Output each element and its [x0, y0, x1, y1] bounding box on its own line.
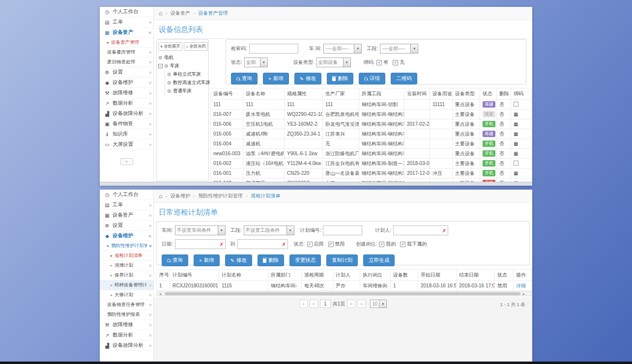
- horizontal-scrollbar[interactable]: ◄ ►: [156, 291, 532, 296]
- scroll-left-icon[interactable]: ◄: [157, 292, 164, 296]
- sidebar-item[interactable]: ◆设备维护∨: [100, 231, 153, 241]
- 复制计划-button[interactable]: 复制计划: [326, 254, 358, 266]
- sidebar-item[interactable]: 预防性维护报表∨: [100, 310, 153, 320]
- sidebar-item[interactable]: ⚙设置∨: [100, 221, 153, 231]
- sidebar-item[interactable]: ▣备件物资∨: [100, 119, 153, 129]
- sidebar-item[interactable]: ▭大屏设置∨: [100, 140, 153, 150]
- date-to-input[interactable]: ✗: [237, 239, 288, 249]
- prev-page-button[interactable]: <: [310, 300, 318, 308]
- page-size-select[interactable]: 10▼: [370, 300, 387, 308]
- sidebar-item[interactable]: ▤工单∨: [100, 17, 153, 28]
- sidebar-item[interactable]: ◷个人工作台: [100, 190, 153, 200]
- 查询-button[interactable]: 查询: [162, 254, 188, 266]
- tree-node[interactable]: ⚙数控高速立式车床: [167, 79, 207, 87]
- sidebar-item[interactable]: 设备物资任务管理∨: [100, 300, 153, 310]
- status-select[interactable]: 全部▼: [244, 57, 268, 67]
- sidebar-item[interactable]: ⚒故障维修∨: [100, 88, 153, 98]
- sidebar-item[interactable]: ⚙设置∨: [100, 67, 153, 78]
- page-number-input[interactable]: 1: [320, 300, 331, 308]
- breadcrumb-item[interactable]: 巡检计划清单: [251, 193, 280, 199]
- breadcrumb-item[interactable]: 预防性维护计划管理: [199, 193, 243, 199]
- section-select[interactable]: ----全部----▼: [380, 44, 418, 54]
- scroll-right-icon[interactable]: ►: [520, 292, 527, 296]
- sidebar-item[interactable]: ℹ知识库∨: [100, 129, 153, 140]
- sidebar-item[interactable]: ▦设备资产∨: [100, 28, 153, 38]
- 修改-button[interactable]: ✎修改: [294, 73, 321, 84]
- plan-no-input[interactable]: [323, 225, 362, 235]
- sidebar-item[interactable]: ◆设备维护∨: [100, 78, 153, 88]
- breadcrumb-item[interactable]: 设备资产管理: [199, 10, 228, 17]
- sidebar-item[interactable]: ▤工单∨: [100, 200, 153, 210]
- qr-code-icon[interactable]: ▦: [514, 121, 518, 127]
- qr-code-icon[interactable]: ▦: [514, 170, 518, 176]
- date-from-input[interactable]: ✗: [175, 239, 226, 249]
- sidebar-item[interactable]: ◷个人工作台: [100, 7, 153, 17]
- next-page-button[interactable]: >: [347, 300, 355, 308]
- first-page-button[interactable]: «: [299, 300, 308, 308]
- checkbox[interactable]: ✓: [307, 242, 313, 247]
- clear-icon[interactable]: ✗: [442, 228, 446, 233]
- 变更状态-button[interactable]: 变更状态: [289, 254, 321, 266]
- tree-node[interactable]: −⚙车床: [158, 62, 207, 70]
- 新增-button[interactable]: +新增: [263, 73, 289, 84]
- clear-icon[interactable]: ✗: [219, 242, 223, 247]
- expand-all-button[interactable]: +全部展开: [158, 42, 182, 51]
- bind-checkbox[interactable]: [514, 102, 518, 107]
- checkbox[interactable]: ✓: [328, 242, 334, 247]
- qr-code-icon[interactable]: ▦: [514, 131, 518, 137]
- device-type-select[interactable]: 全部设备▼: [316, 57, 351, 67]
- sidebar-item[interactable]: ↗数据分析∨: [100, 330, 153, 340]
- workshop-select[interactable]: 不设置车间条件▼: [175, 225, 226, 235]
- sidebar-item[interactable]: 设备履历管理∨: [100, 48, 153, 57]
- home-icon[interactable]: ⌂: [159, 10, 162, 17]
- section-select[interactable]: 不设置工段条件▼: [244, 225, 294, 235]
- scrollbar-thumb[interactable]: [165, 292, 520, 295]
- checkbox[interactable]: ✓: [393, 60, 398, 65]
- sidebar-item[interactable]: ▟设备故障分析∨: [100, 340, 153, 351]
- column-header: 安装时间: [404, 88, 430, 100]
- 详情-button[interactable]: 详情: [359, 73, 385, 84]
- tree-node[interactable]: ⚙单柱立式车床: [167, 70, 207, 79]
- sidebar-item[interactable]: ▸设备资产管理: [100, 38, 153, 48]
- qr-code-icon[interactable]: ▦: [514, 151, 518, 156]
- sidebar-item[interactable]: 废旧物资处理∨: [100, 57, 153, 67]
- 二维码-button[interactable]: 二维码: [391, 73, 417, 84]
- detail-link[interactable]: 详细: [516, 283, 526, 288]
- sidebar-item[interactable]: ▸润滑计划∨: [100, 261, 153, 271]
- tree-node[interactable]: ⚙电机: [158, 54, 207, 62]
- sidebar-item[interactable]: ▸保养计划∨: [100, 271, 153, 280]
- clear-icon[interactable]: ✗: [282, 242, 286, 247]
- breadcrumb-item[interactable]: 设备资产: [171, 10, 190, 17]
- sidebar-item[interactable]: ▸特种设备管理计划∨: [100, 280, 153, 290]
- tree-node[interactable]: ⚙普通车床: [167, 87, 207, 95]
- 查询-button[interactable]: 查询: [231, 73, 258, 84]
- 删除-button[interactable]: 删除: [327, 73, 353, 84]
- search-code-input[interactable]: [249, 44, 298, 54]
- 修改-button[interactable]: ✎修改: [225, 254, 252, 266]
- checkbox[interactable]: ✓: [376, 60, 382, 65]
- tree-collapse-toggle[interactable]: −: [158, 64, 163, 68]
- sidebar-collapse-button[interactable]: «: [120, 158, 133, 165]
- sidebar-item[interactable]: ▸大修计划∨: [100, 290, 153, 300]
- checkbox[interactable]: ✓: [400, 242, 405, 247]
- qr-code-icon[interactable]: ▦: [514, 141, 518, 146]
- sidebar-item[interactable]: ▸预防性维护计划管理∨: [100, 241, 153, 251]
- sidebar-item[interactable]: ↗数据分析∨: [100, 98, 153, 109]
- 删除-button[interactable]: 删除: [258, 254, 284, 266]
- qr-code-icon[interactable]: ▦: [514, 112, 518, 117]
- sidebar-item[interactable]: ⚒故障维修∨: [100, 320, 153, 330]
- last-page-button[interactable]: »: [357, 300, 366, 308]
- sidebar-item[interactable]: ▦设备资产∨: [100, 210, 153, 221]
- collapse-all-button[interactable]: −全部关闭: [184, 42, 208, 51]
- checkbox[interactable]: ✓: [379, 242, 384, 247]
- sidebar-item[interactable]: ▸巡检计划清单: [100, 251, 153, 261]
- total-pages-label: 共1页: [333, 301, 345, 308]
- bind-checkbox[interactable]: [514, 161, 518, 166]
- 立即生成-button[interactable]: 立即生成: [363, 254, 395, 266]
- sidebar-item[interactable]: ▟设备故障分析∨: [100, 109, 153, 119]
- breadcrumb-item[interactable]: 设备维护: [171, 193, 190, 199]
- workshop-select[interactable]: ----全部----▼: [323, 44, 362, 54]
- planner-input[interactable]: ✗: [393, 225, 448, 235]
- 新增-button[interactable]: +新增: [194, 254, 220, 266]
- home-icon[interactable]: ⌂: [159, 193, 162, 199]
